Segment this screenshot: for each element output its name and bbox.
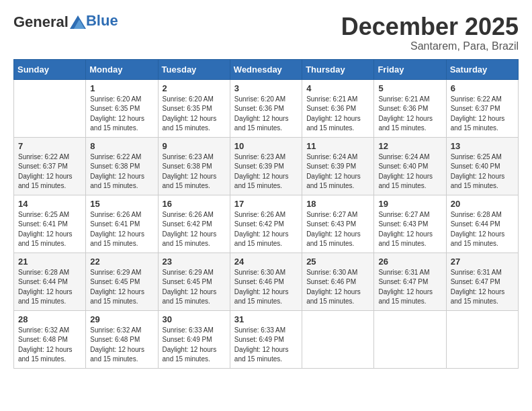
calendar-cell: 2Sunrise: 6:20 AM Sunset: 6:35 PM Daylig… <box>158 79 230 137</box>
calendar-table: SundayMondayTuesdayWednesdayThursdayFrid… <box>13 59 519 369</box>
day-info: Sunrise: 6:31 AM Sunset: 6:47 PM Dayligh… <box>451 268 514 307</box>
calendar-cell: 27Sunrise: 6:31 AM Sunset: 6:47 PM Dayli… <box>446 253 518 310</box>
day-info: Sunrise: 6:31 AM Sunset: 6:47 PM Dayligh… <box>378 268 441 307</box>
day-info: Sunrise: 6:33 AM Sunset: 6:49 PM Dayligh… <box>163 326 226 365</box>
day-number: 19 <box>378 199 441 209</box>
day-info: Sunrise: 6:25 AM Sunset: 6:41 PM Dayligh… <box>18 210 81 249</box>
day-number: 2 <box>163 83 226 93</box>
day-info: Sunrise: 6:21 AM Sunset: 6:36 PM Dayligh… <box>378 95 441 134</box>
calendar-cell: 25Sunrise: 6:30 AM Sunset: 6:46 PM Dayli… <box>302 253 374 310</box>
day-info: Sunrise: 6:27 AM Sunset: 6:43 PM Dayligh… <box>378 210 441 249</box>
day-number: 26 <box>378 257 441 267</box>
calendar-week-row: 28Sunrise: 6:32 AM Sunset: 6:48 PM Dayli… <box>14 310 519 368</box>
day-number: 14 <box>18 199 81 209</box>
day-number: 7 <box>18 141 81 151</box>
calendar-cell: 15Sunrise: 6:26 AM Sunset: 6:41 PM Dayli… <box>86 195 158 253</box>
day-info: Sunrise: 6:23 AM Sunset: 6:38 PM Dayligh… <box>163 152 226 191</box>
calendar-cell: 28Sunrise: 6:32 AM Sunset: 6:48 PM Dayli… <box>14 310 86 368</box>
day-number: 20 <box>451 199 514 209</box>
day-info: Sunrise: 6:23 AM Sunset: 6:39 PM Dayligh… <box>234 152 298 191</box>
calendar-week-row: 7Sunrise: 6:22 AM Sunset: 6:37 PM Daylig… <box>14 137 519 195</box>
day-info: Sunrise: 6:22 AM Sunset: 6:37 PM Dayligh… <box>18 152 81 191</box>
day-number: 22 <box>90 257 153 267</box>
logo-icon <box>70 15 86 29</box>
calendar-cell: 5Sunrise: 6:21 AM Sunset: 6:36 PM Daylig… <box>374 79 446 137</box>
day-info: Sunrise: 6:28 AM Sunset: 6:44 PM Dayligh… <box>18 268 81 307</box>
calendar-cell: 14Sunrise: 6:25 AM Sunset: 6:41 PM Dayli… <box>14 195 86 253</box>
calendar-cell: 30Sunrise: 6:33 AM Sunset: 6:49 PM Dayli… <box>158 310 230 368</box>
logo: General Blue <box>13 13 118 31</box>
day-number: 5 <box>378 83 441 93</box>
day-info: Sunrise: 6:20 AM Sunset: 6:35 PM Dayligh… <box>163 95 226 134</box>
calendar-cell: 20Sunrise: 6:28 AM Sunset: 6:44 PM Dayli… <box>446 195 518 253</box>
calendar-cell <box>302 310 374 368</box>
calendar-cell: 18Sunrise: 6:27 AM Sunset: 6:43 PM Dayli… <box>302 195 374 253</box>
day-number: 27 <box>451 257 514 267</box>
day-info: Sunrise: 6:33 AM Sunset: 6:49 PM Dayligh… <box>234 326 298 365</box>
calendar-cell: 6Sunrise: 6:22 AM Sunset: 6:37 PM Daylig… <box>446 79 518 137</box>
day-number: 31 <box>234 314 298 324</box>
calendar-cell: 1Sunrise: 6:20 AM Sunset: 6:35 PM Daylig… <box>86 79 158 137</box>
day-info: Sunrise: 6:26 AM Sunset: 6:42 PM Dayligh… <box>163 210 226 249</box>
calendar-cell: 22Sunrise: 6:29 AM Sunset: 6:45 PM Dayli… <box>86 253 158 310</box>
day-number: 13 <box>451 141 514 151</box>
day-info: Sunrise: 6:32 AM Sunset: 6:48 PM Dayligh… <box>18 326 81 365</box>
calendar-cell: 26Sunrise: 6:31 AM Sunset: 6:47 PM Dayli… <box>374 253 446 310</box>
day-info: Sunrise: 6:22 AM Sunset: 6:38 PM Dayligh… <box>90 152 153 191</box>
weekday-header: Friday <box>374 59 446 79</box>
day-info: Sunrise: 6:20 AM Sunset: 6:35 PM Dayligh… <box>90 95 153 134</box>
day-number: 23 <box>163 257 226 267</box>
title-block: December 2025 Santarem, Para, Brazil <box>341 13 519 52</box>
day-info: Sunrise: 6:30 AM Sunset: 6:46 PM Dayligh… <box>234 268 298 307</box>
weekday-header: Thursday <box>302 59 374 79</box>
calendar-cell: 17Sunrise: 6:26 AM Sunset: 6:42 PM Dayli… <box>230 195 302 253</box>
day-number: 11 <box>306 141 369 151</box>
day-info: Sunrise: 6:21 AM Sunset: 6:36 PM Dayligh… <box>306 95 369 134</box>
day-info: Sunrise: 6:20 AM Sunset: 6:36 PM Dayligh… <box>234 95 298 134</box>
calendar-week-row: 1Sunrise: 6:20 AM Sunset: 6:35 PM Daylig… <box>14 79 519 137</box>
day-number: 18 <box>306 199 369 209</box>
weekday-header: Tuesday <box>158 59 230 79</box>
calendar-cell <box>446 310 518 368</box>
day-number: 12 <box>378 141 441 151</box>
day-number: 3 <box>234 83 298 93</box>
day-number: 30 <box>163 314 226 324</box>
calendar-cell: 21Sunrise: 6:28 AM Sunset: 6:44 PM Dayli… <box>14 253 86 310</box>
calendar-cell: 4Sunrise: 6:21 AM Sunset: 6:36 PM Daylig… <box>302 79 374 137</box>
calendar-cell: 19Sunrise: 6:27 AM Sunset: 6:43 PM Dayli… <box>374 195 446 253</box>
day-info: Sunrise: 6:26 AM Sunset: 6:42 PM Dayligh… <box>234 210 298 249</box>
weekday-header: Sunday <box>14 59 86 79</box>
weekday-header: Saturday <box>446 59 518 79</box>
logo-blue: Blue <box>86 12 118 29</box>
day-number: 6 <box>451 83 514 93</box>
day-info: Sunrise: 6:30 AM Sunset: 6:46 PM Dayligh… <box>306 268 369 307</box>
day-number: 29 <box>90 314 153 324</box>
day-info: Sunrise: 6:25 AM Sunset: 6:40 PM Dayligh… <box>451 152 514 191</box>
day-number: 25 <box>306 257 369 267</box>
day-info: Sunrise: 6:22 AM Sunset: 6:37 PM Dayligh… <box>451 95 514 134</box>
calendar-cell: 29Sunrise: 6:32 AM Sunset: 6:48 PM Dayli… <box>86 310 158 368</box>
day-number: 1 <box>90 83 153 93</box>
day-number: 4 <box>306 83 369 93</box>
day-info: Sunrise: 6:29 AM Sunset: 6:45 PM Dayligh… <box>163 268 226 307</box>
calendar-cell: 11Sunrise: 6:24 AM Sunset: 6:39 PM Dayli… <box>302 137 374 195</box>
day-number: 8 <box>90 141 153 151</box>
calendar-cell: 16Sunrise: 6:26 AM Sunset: 6:42 PM Dayli… <box>158 195 230 253</box>
day-info: Sunrise: 6:28 AM Sunset: 6:44 PM Dayligh… <box>451 210 514 249</box>
day-number: 15 <box>90 199 153 209</box>
day-number: 28 <box>18 314 81 324</box>
weekday-header: Wednesday <box>230 59 302 79</box>
calendar-cell: 10Sunrise: 6:23 AM Sunset: 6:39 PM Dayli… <box>230 137 302 195</box>
weekday-header: Monday <box>86 59 158 79</box>
calendar-cell: 12Sunrise: 6:24 AM Sunset: 6:40 PM Dayli… <box>374 137 446 195</box>
calendar-header-row: SundayMondayTuesdayWednesdayThursdayFrid… <box>14 59 519 79</box>
day-number: 17 <box>234 199 298 209</box>
day-info: Sunrise: 6:24 AM Sunset: 6:39 PM Dayligh… <box>306 152 369 191</box>
day-info: Sunrise: 6:27 AM Sunset: 6:43 PM Dayligh… <box>306 210 369 249</box>
day-info: Sunrise: 6:32 AM Sunset: 6:48 PM Dayligh… <box>90 326 153 365</box>
calendar-cell: 31Sunrise: 6:33 AM Sunset: 6:49 PM Dayli… <box>230 310 302 368</box>
calendar-cell: 24Sunrise: 6:30 AM Sunset: 6:46 PM Dayli… <box>230 253 302 310</box>
calendar-cell <box>374 310 446 368</box>
day-number: 16 <box>163 199 226 209</box>
calendar-week-row: 14Sunrise: 6:25 AM Sunset: 6:41 PM Dayli… <box>14 195 519 253</box>
